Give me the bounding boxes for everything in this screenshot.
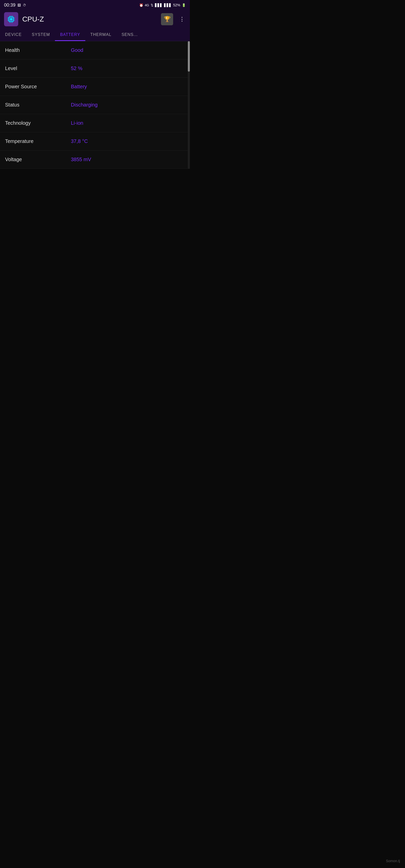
app-logo [4, 12, 18, 26]
header-actions: 🏆 ⋮ [161, 13, 186, 25]
status-bar: 00:39 🖼 ⏱ ⏰ 4G ⇅ ▋▋▋ ▋▋▋ 52% 🔋 [0, 0, 190, 10]
empty-space [0, 169, 190, 397]
battery-percentage: 52% [173, 3, 180, 7]
power-source-value: Battery [71, 84, 185, 90]
status-value: Discharging [71, 102, 185, 108]
tab-battery[interactable]: BATTERY [55, 28, 85, 41]
table-row: Status Discharging [0, 96, 190, 114]
table-row: Health Good [0, 41, 190, 59]
table-row: Level 52 % [0, 59, 190, 78]
network-4g-icon: 4G [145, 3, 149, 7]
svg-rect-4 [8, 19, 9, 20]
svg-rect-13 [11, 22, 11, 23]
svg-rect-7 [14, 19, 15, 20]
tab-thermal[interactable]: THERMAL [85, 28, 116, 41]
temperature-value: 37,8 °C [71, 138, 185, 144]
tab-sensors[interactable]: SENS... [116, 28, 143, 41]
timer-icon: ⏱ [23, 3, 26, 7]
trophy-button[interactable]: 🏆 [161, 13, 173, 25]
more-button[interactable]: ⋮ [178, 15, 186, 24]
svg-rect-9 [10, 16, 10, 17]
technology-label: Technology [5, 120, 71, 126]
voltage-value: 3855 mV [71, 157, 185, 162]
table-row: Temperature 37,8 °C [0, 132, 190, 151]
camera-icon: 🖼 [18, 3, 21, 7]
svg-rect-6 [14, 18, 15, 18]
status-time: 00:39 [4, 3, 16, 8]
alarm-icon: ⏰ [139, 3, 143, 7]
level-value: 52 % [71, 65, 185, 71]
app-header: CPU-Z 🏆 ⋮ [0, 10, 190, 28]
table-row: Technology Li-ion [0, 114, 190, 132]
navigation-tabs: DEVICE SYSTEM BATTERY THERMAL SENS... [0, 28, 190, 41]
status-bar-right: ⏰ 4G ⇅ ▋▋▋ ▋▋▋ 52% 🔋 [139, 3, 186, 7]
scroll-indicator[interactable] [188, 41, 190, 169]
tab-device[interactable]: DEVICE [0, 28, 27, 41]
health-label: Health [5, 47, 71, 53]
level-label: Level [5, 65, 71, 71]
status-label: Status [5, 102, 71, 108]
data-transfer-icon: ⇅ [151, 3, 153, 7]
health-value: Good [71, 47, 185, 53]
table-row: Power Source Battery [0, 78, 190, 96]
signal-1-icon: ▋▋▋ [155, 3, 163, 7]
svg-rect-12 [10, 22, 10, 23]
svg-rect-5 [8, 20, 9, 21]
trophy-icon: 🏆 [164, 16, 171, 23]
battery-data-table: Health Good Level 52 % Power Source Batt… [0, 41, 190, 169]
svg-rect-2 [10, 18, 12, 21]
power-source-label: Power Source [5, 84, 71, 90]
tab-system[interactable]: SYSTEM [27, 28, 55, 41]
svg-rect-11 [12, 16, 13, 17]
main-content: Health Good Level 52 % Power Source Batt… [0, 41, 190, 169]
temperature-label: Temperature [5, 138, 71, 144]
svg-rect-14 [12, 22, 13, 23]
battery-icon: 🔋 [182, 3, 186, 7]
svg-rect-3 [8, 18, 9, 18]
svg-rect-8 [14, 20, 15, 21]
voltage-label: Voltage [5, 157, 71, 162]
table-row: Voltage 3855 mV [0, 151, 190, 169]
cpu-chip-icon [7, 15, 16, 24]
svg-rect-10 [11, 16, 11, 17]
status-bar-left: 00:39 🖼 ⏱ [4, 3, 26, 8]
app-title: CPU-Z [22, 15, 157, 23]
signal-2-icon: ▋▋▋ [164, 3, 172, 7]
technology-value: Li-ion [71, 120, 185, 126]
scroll-thumb [188, 41, 190, 71]
